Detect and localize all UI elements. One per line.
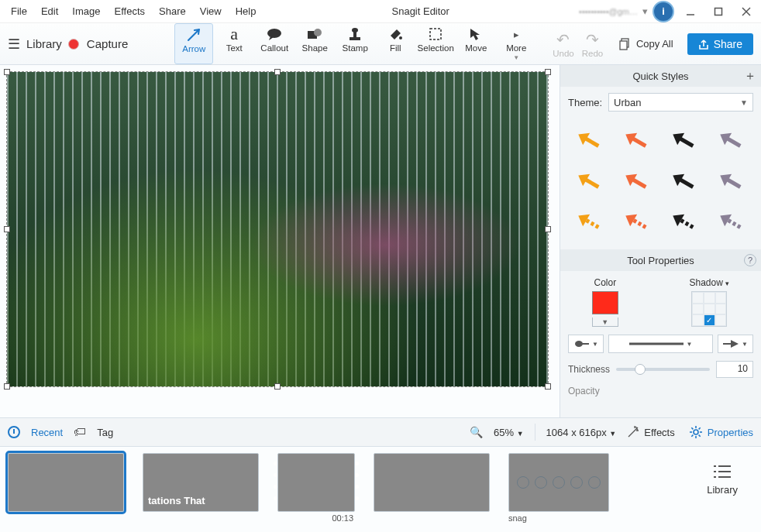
tool-arrow[interactable]: Arrow (174, 23, 213, 64)
style-swatch[interactable] (709, 163, 753, 201)
tag-button[interactable]: Tag (97, 427, 113, 438)
canvas[interactable] (0, 65, 560, 417)
end-cap-select[interactable]: ▼ (718, 335, 753, 353)
effects-button[interactable]: Effects (627, 426, 675, 438)
style-swatch[interactable] (615, 163, 659, 201)
tray-thumb-5[interactable]: snag (508, 453, 609, 523)
tool-move[interactable]: Move (456, 23, 495, 64)
gear-icon (689, 425, 703, 439)
account-dropdown-icon[interactable]: ▾ (642, 5, 648, 17)
resize-handle[interactable] (274, 383, 281, 390)
share-button[interactable]: Share (687, 33, 753, 55)
style-swatch[interactable] (615, 122, 659, 160)
color-swatch[interactable] (592, 291, 618, 314)
capture-button[interactable]: Capture (87, 37, 128, 50)
start-cap-select[interactable]: ▼ (568, 335, 604, 353)
resize-handle[interactable] (545, 69, 551, 75)
shadow-control[interactable]: Shadow ▾ ✓ (689, 277, 729, 327)
menu-view[interactable]: View (194, 2, 228, 20)
color-label: Color (594, 277, 616, 288)
search-icon[interactable]: 🔍 (470, 426, 483, 438)
library-big-button[interactable]: Library (707, 453, 738, 496)
tray-thumb-4[interactable] (374, 453, 490, 512)
tool-fill[interactable]: Fill (376, 23, 415, 64)
help-icon[interactable]: ? (744, 254, 756, 266)
quick-styles-title: Quick Styles (632, 70, 688, 82)
tray-thumb-3[interactable]: 00:13 (277, 453, 355, 523)
tool-more[interactable]: ▸ More ▼ (497, 23, 535, 64)
resize-handle[interactable] (545, 226, 551, 232)
undo-label: Undo (553, 49, 574, 58)
account-label[interactable]: ••••••••••@gm… (579, 7, 638, 16)
style-swatch[interactable] (568, 204, 612, 241)
style-swatch[interactable] (663, 122, 707, 160)
resize-handle[interactable] (4, 383, 10, 390)
svg-point-6 (314, 29, 322, 36)
add-style-icon[interactable]: ＋ (744, 68, 756, 84)
style-swatch[interactable] (615, 204, 659, 241)
tool-label: Fill (390, 43, 401, 53)
dimensions-display[interactable]: 1064 x 616px ▼ (546, 427, 617, 438)
recent-icon[interactable] (8, 426, 20, 438)
style-swatch[interactable] (709, 122, 753, 160)
thickness-value[interactable]: 10 (716, 361, 753, 378)
resize-handle[interactable] (274, 69, 281, 75)
style-swatch[interactable] (709, 204, 753, 241)
library-button[interactable]: Library (26, 37, 62, 50)
color-dropdown[interactable]: ▼ (592, 317, 618, 327)
minimize-button[interactable] (679, 1, 702, 22)
tray-thumb-2[interactable]: tations That (143, 453, 259, 512)
hamburger-icon[interactable]: ☰ (8, 36, 20, 53)
menu-image[interactable]: Image (66, 2, 106, 20)
image-content (7, 72, 548, 386)
shadow-selected[interactable]: ✓ (704, 314, 715, 326)
tool-shape[interactable]: Shape (295, 23, 334, 64)
redo-button[interactable]: ↷ Redo (582, 30, 604, 58)
style-swatch[interactable] (568, 122, 612, 160)
menu-effects[interactable]: Effects (108, 2, 152, 20)
shadow-grid[interactable]: ✓ (691, 291, 727, 327)
line-style-select[interactable]: ▼ (608, 335, 713, 353)
resize-handle[interactable] (545, 383, 551, 390)
redo-label: Redo (582, 49, 604, 58)
copy-all-label: Copy All (636, 38, 673, 50)
window-controls: ••••••••••@gm… ▾ i (579, 1, 761, 22)
menu-file[interactable]: File (5, 2, 33, 20)
menu-edit[interactable]: Edit (35, 2, 64, 20)
properties-button[interactable]: Properties (689, 425, 753, 439)
close-button[interactable] (735, 1, 758, 22)
theme-select[interactable]: Urban ▼ (608, 93, 753, 112)
svg-rect-7 (350, 37, 360, 40)
tray-thumb-1[interactable] (8, 453, 124, 512)
color-control[interactable]: Color ▼ (592, 277, 618, 327)
style-swatch[interactable] (663, 204, 707, 241)
resize-handle[interactable] (4, 69, 10, 75)
tool-properties-header: Tool Properties ? (560, 249, 761, 271)
tool-callout[interactable]: Callout (255, 23, 294, 64)
copy-all-button[interactable]: Copy All (613, 35, 680, 53)
undo-icon: ↶ (556, 30, 570, 49)
style-swatch[interactable] (663, 163, 707, 201)
zoom-level[interactable]: 65% ▼ (494, 427, 524, 438)
canvas-image[interactable] (6, 71, 549, 387)
menu-share[interactable]: Share (153, 2, 192, 20)
resize-handle[interactable] (4, 226, 10, 232)
account-avatar-icon[interactable]: i (653, 1, 674, 22)
record-icon[interactable] (68, 39, 79, 50)
tool-stamp[interactable]: Stamp (336, 23, 374, 64)
redo-icon: ↷ (586, 30, 599, 49)
thickness-slider[interactable] (616, 368, 710, 371)
svg-point-10 (399, 36, 402, 39)
maximize-button[interactable] (707, 1, 730, 22)
undo-button[interactable]: ↶ Undo (553, 30, 574, 58)
tool-label: Text (226, 43, 243, 53)
thumb-image (277, 453, 355, 512)
recent-button[interactable]: Recent (31, 427, 63, 438)
titlebar: File Edit Image Effects Share View Help … (0, 0, 761, 23)
tool-text[interactable]: a Text (215, 23, 253, 64)
tag-icon[interactable]: 🏷 (74, 425, 86, 439)
tool-selection[interactable]: Selection (416, 23, 455, 64)
slider-knob[interactable] (635, 364, 646, 375)
style-swatch[interactable] (568, 163, 612, 201)
menu-help[interactable]: Help (229, 2, 263, 20)
